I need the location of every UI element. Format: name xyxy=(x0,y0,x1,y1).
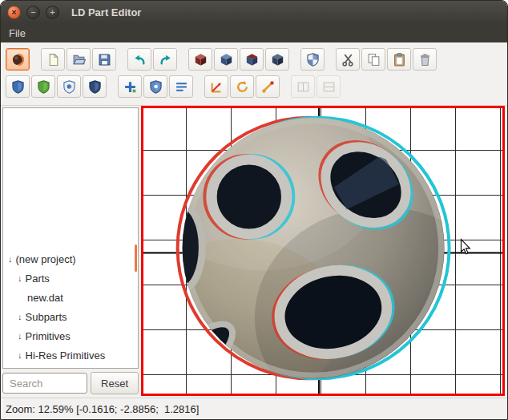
copy-button[interactable] xyxy=(361,48,385,71)
main-area: ↓(new project)↓Partsnew.dat↓Subparts↓Pri… xyxy=(1,106,507,398)
cube-violet-icon xyxy=(245,53,259,67)
expander-arrow-icon[interactable]: ↓ xyxy=(18,273,22,283)
redo-icon xyxy=(159,53,172,67)
tree-item-list: ↓(new project)↓Partsnew.dat↓Subparts↓Pri… xyxy=(3,249,138,365)
rotate-orange-icon xyxy=(236,80,249,94)
toolbar-group xyxy=(127,48,177,71)
copy-icon xyxy=(367,53,381,67)
delete-button[interactable] xyxy=(413,48,437,71)
shield-check-button[interactable] xyxy=(300,48,325,71)
redo-button[interactable] xyxy=(153,48,177,71)
search-input[interactable] xyxy=(2,373,87,394)
close-button[interactable]: × xyxy=(7,6,21,19)
shield-navy-button[interactable] xyxy=(83,75,107,98)
window-title: LD Part Editor xyxy=(71,6,141,18)
save-file-button[interactable] xyxy=(92,48,116,71)
sphere-tool-icon xyxy=(11,53,25,67)
tree-item-hi-res-primitives[interactable]: ↓Hi-Res Primitives xyxy=(3,345,138,365)
tree-item-subparts[interactable]: ↓Subparts xyxy=(3,307,138,326)
cut-icon xyxy=(341,53,355,67)
cube-red-button[interactable] xyxy=(188,48,212,71)
toolbar-area xyxy=(1,42,507,106)
cube-violet-button[interactable] xyxy=(240,48,264,71)
delete-icon xyxy=(418,53,432,67)
hole-lowerleft-partial xyxy=(170,315,240,383)
tree-item-label: Subparts xyxy=(26,311,67,323)
app-window: × − + LD Part Editor File ↓(new project)… xyxy=(0,0,508,420)
tree-item-new-project[interactable]: ↓(new project) xyxy=(3,249,138,269)
paste-button[interactable] xyxy=(387,48,411,71)
rotate-orange-button[interactable] xyxy=(230,75,254,98)
statusbar: Zoom: 12.59% [-0.1616; -2.8856; 1.2816] xyxy=(1,398,507,419)
toolbar-group xyxy=(336,48,437,71)
shield-navy-icon xyxy=(88,80,102,94)
toolbar-row-2 xyxy=(4,73,504,100)
line-list-button[interactable] xyxy=(169,75,193,98)
toolbar-group xyxy=(300,48,325,71)
new-file-icon xyxy=(46,53,60,67)
project-tree: ↓(new project)↓Partsnew.dat↓Subparts↓Pri… xyxy=(2,107,139,369)
maximize-button[interactable]: + xyxy=(46,6,59,19)
new-file-button[interactable] xyxy=(41,48,65,71)
reset-button[interactable]: Reset xyxy=(91,372,139,394)
shield-light-button[interactable] xyxy=(57,75,81,98)
add-plus-icon xyxy=(123,80,137,94)
toolbar-group xyxy=(118,75,193,98)
toolbar-group xyxy=(6,75,107,98)
toolbar-group xyxy=(291,75,341,98)
tree-item-primitives[interactable]: ↓Primitives xyxy=(3,326,138,345)
undo-button[interactable] xyxy=(127,48,151,71)
cut-button[interactable] xyxy=(336,48,360,71)
axes-orange-button[interactable] xyxy=(204,75,228,98)
menubar: File xyxy=(1,23,507,42)
expander-arrow-icon[interactable]: ↓ xyxy=(18,312,22,321)
toolbar-row-1 xyxy=(4,46,504,73)
tree-item-label: Primitives xyxy=(26,330,71,342)
add-plus-button[interactable] xyxy=(118,75,142,98)
scrollbar-thumb[interactable] xyxy=(135,244,137,272)
split-vertical-button xyxy=(316,75,341,98)
expander-arrow-icon[interactable]: ↓ xyxy=(18,350,22,360)
save-file-icon xyxy=(98,53,111,67)
toolbar-group xyxy=(6,48,30,71)
split-horizontal-button xyxy=(291,75,315,98)
toolbar-group xyxy=(204,75,280,98)
split-vertical-icon xyxy=(322,80,336,94)
tree-item-new-dat[interactable]: new.dat xyxy=(3,288,138,307)
minimize-button[interactable]: − xyxy=(26,6,40,19)
paste-icon xyxy=(393,53,406,67)
tree-item-label: new.dat xyxy=(27,292,63,304)
open-file-button[interactable] xyxy=(67,48,91,71)
cube-navy-button[interactable] xyxy=(265,48,289,71)
tree-item-label: (new project) xyxy=(16,253,76,265)
zoom-status: Zoom: 12.59% [-0.1616; -2.8856; 1.2816] xyxy=(6,403,199,415)
undo-icon xyxy=(133,53,147,67)
3d-viewport[interactable] xyxy=(141,106,505,396)
menu-file[interactable]: File xyxy=(1,25,34,42)
cube-blue-icon xyxy=(220,53,233,67)
titlebar: × − + LD Part Editor xyxy=(1,1,507,23)
split-horizontal-icon xyxy=(296,80,310,94)
measure-orange-button[interactable] xyxy=(256,75,280,98)
tree-item-parts[interactable]: ↓Parts xyxy=(3,269,138,288)
shield-check-icon xyxy=(306,53,320,67)
sphere-tool-button[interactable] xyxy=(6,48,30,71)
hole-left-partial xyxy=(164,206,203,289)
cube-red-icon xyxy=(194,53,208,67)
expander-arrow-icon[interactable]: ↓ xyxy=(18,331,22,341)
cube-navy-icon xyxy=(271,53,284,67)
shield-badge-icon xyxy=(149,80,163,94)
sidebar: ↓(new project)↓Partsnew.dat↓Subparts↓Pri… xyxy=(1,106,140,398)
mouse-cursor-icon xyxy=(461,240,470,254)
hole-upper-left xyxy=(212,160,286,234)
cube-blue-button[interactable] xyxy=(214,48,238,71)
line-list-icon xyxy=(175,80,188,94)
toolbar-group xyxy=(41,48,116,71)
shield-blue-icon xyxy=(11,80,25,94)
measure-orange-icon xyxy=(261,80,275,94)
expander-arrow-icon[interactable]: ↓ xyxy=(8,254,13,264)
shield-badge-button[interactable] xyxy=(143,75,167,98)
shield-light-icon xyxy=(62,80,76,94)
shield-blue-button[interactable] xyxy=(6,75,30,98)
shield-green-button[interactable] xyxy=(31,75,55,98)
